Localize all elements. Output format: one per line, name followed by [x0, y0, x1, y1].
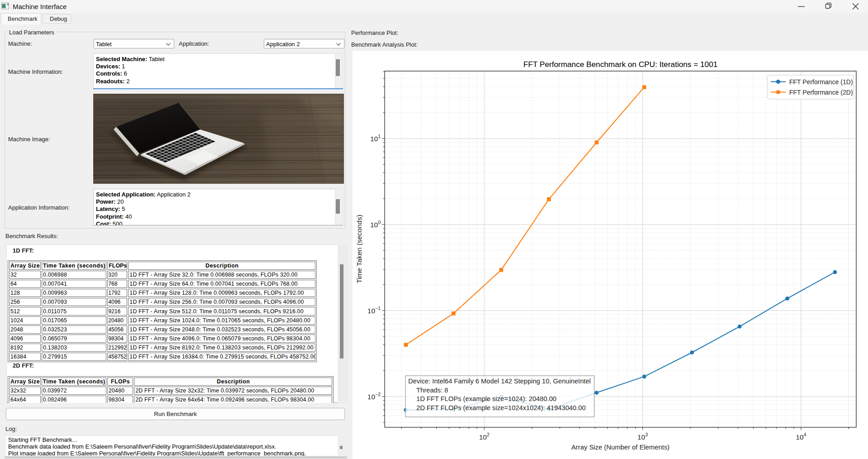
svg-text:10−1: 10−1 [367, 306, 381, 315]
svg-text:10−2: 10−2 [367, 392, 381, 401]
svg-text:FFT Performance Benchmark on C: FFT Performance Benchmark on CPU: Iterat… [523, 60, 717, 69]
svg-text:Time Taken (seconds): Time Taken (seconds) [355, 215, 363, 283]
svg-text:1D FFT FLOPs (example size=102: 1D FFT FLOPs (example size=1024): 20480.… [416, 395, 557, 402]
svg-text:FFT Performance (1D): FFT Performance (1D) [789, 78, 853, 86]
svg-text:103: 103 [637, 432, 648, 441]
svg-text:102: 102 [479, 432, 489, 441]
svg-text:Threads: 8: Threads: 8 [416, 387, 448, 394]
svg-text:Array Size (Number of Elements: Array Size (Number of Elements) [571, 444, 669, 451]
svg-text:104: 104 [796, 432, 806, 441]
svg-text:FFT Performance (2D): FFT Performance (2D) [789, 89, 853, 96]
svg-text:Device: Intel64 Family 6 Model: Device: Intel64 Family 6 Model 142 Stepp… [408, 378, 591, 385]
svg-text:101: 101 [370, 134, 381, 143]
svg-text:2D FFT FLOPs (example size=102: 2D FFT FLOPs (example size=1024x1024): 4… [416, 404, 586, 411]
svg-text:100: 100 [370, 220, 381, 229]
